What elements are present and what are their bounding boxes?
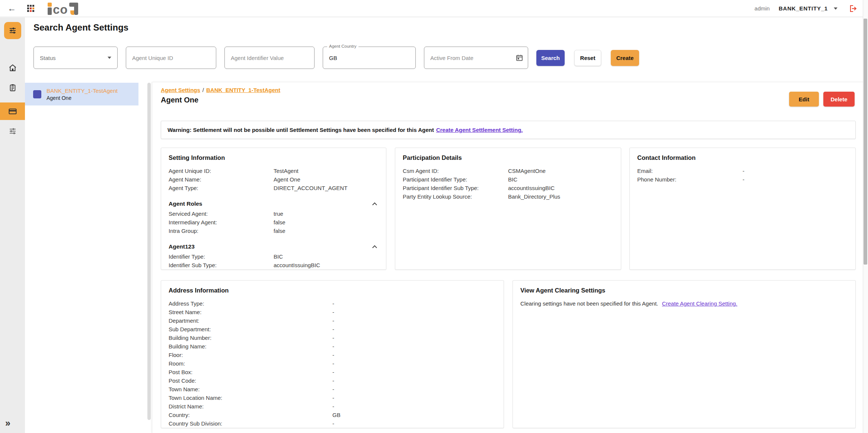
active-from-date-field-wrap [424,47,528,69]
sidebar-expand-icon[interactable]: » [5,418,10,428]
info-row: Agent Unique ID:TestAgent [169,168,379,176]
clearing-settings-text: Clearing settings have not been specifie… [520,300,658,307]
active-from-date-input[interactable] [424,47,528,69]
breadcrumb-current-link[interactable]: BANK_ENTITY_1-TestAgent [206,87,280,93]
status-select-label: Status [40,55,56,61]
info-row: Participant Identifier Sub Type:accountI… [403,185,613,193]
sidebar-item-agent-settings-tool[interactable] [4,22,21,39]
edit-button[interactable]: Edit [789,92,819,107]
info-label: Post Box: [169,369,192,375]
settlement-warning-banner: Warning: Settlement will not be possible… [161,121,856,139]
info-label: Party Entity Lookup Source: [403,193,472,200]
info-label: Identifier Type: [169,253,205,260]
card-title: View Agent Clearing Settings [520,287,848,294]
agent-item-title: BANK_ENTITY_1-TestAgent [47,88,118,94]
info-value: BIC [508,176,517,183]
apps-grid-icon[interactable] [27,5,34,12]
create-settlement-setting-link[interactable]: Create Agent Settlement Setting. [436,127,523,133]
info-row: Party Entity Lookup Source:Bank_Director… [403,193,613,202]
chevron-down-icon [834,7,837,10]
agent-country-input[interactable] [323,47,415,69]
info-label: Identifier Sub Type: [169,262,217,268]
info-value: false [274,228,285,234]
info-row: Street Name:- [169,309,496,317]
info-row: Department:- [169,317,496,326]
info-row: Room:- [169,360,496,369]
info-label: Town Name: [169,386,200,392]
calendar-icon[interactable] [516,54,523,62]
info-value: - [332,326,334,332]
create-button[interactable]: Create [611,50,639,66]
info-label: Agent Type: [169,185,198,191]
info-value: false [274,219,285,225]
info-label: District Name: [169,403,204,410]
chevron-down-icon [108,57,111,59]
info-label: Street Name: [169,309,201,315]
info-row: Building Name:- [169,343,496,352]
info-value: - [332,377,334,384]
breadcrumb-agent-settings-link[interactable]: Agent Settings [161,87,200,93]
info-value: accountIssuingBIC [274,262,320,268]
info-label: Intra Group: [169,228,198,234]
info-value: - [332,335,334,341]
info-value: - [332,309,334,315]
info-label: Floor: [169,352,183,358]
agent-list-item-selected[interactable]: BANK_ENTITY_1-TestAgent Agent One [25,83,138,105]
agent-unique-id-input[interactable] [126,47,216,69]
logo-letters-co: co [53,4,68,15]
info-row: Identifier Type:BIC [169,253,379,262]
address-information-card: Address Information Address Type:- Stree… [161,280,504,428]
info-row: Agent Name:Agent One [169,176,379,185]
info-row: Intermediary Agent:false [169,219,379,228]
section-title: Agent Roles [169,200,202,207]
agent-detail-title: Agent One [161,96,198,104]
info-label: Phone Number: [637,176,676,183]
info-row: Floor:- [169,352,496,360]
info-row: Building Number:- [169,335,496,343]
sidebar-item-accounts-active[interactable] [0,102,25,120]
entity-dropdown[interactable]: BANK_ENTITY_1 [779,5,837,12]
info-row: Country Sub Division:- [169,420,496,428]
info-row: Identifier Sub Type:accountIssuingBIC [169,262,379,270]
card-title: Setting Information [169,154,379,161]
reset-button[interactable]: Reset [574,50,601,66]
app-root: ← co admin BANK_ENTITY_1 [0,0,868,433]
status-select[interactable]: Status [33,47,118,69]
chevron-up-icon[interactable] [372,245,377,250]
page-scrollbar-thumb[interactable] [864,19,867,265]
sidebar-item-tasks[interactable] [0,80,25,95]
info-row: Country:GB [169,412,496,420]
info-row: Town Name:- [169,386,496,395]
info-value: - [332,403,334,410]
info-label: Agent Unique ID: [169,168,211,174]
info-label: Department: [169,317,200,324]
delete-button[interactable]: Delete [823,92,855,107]
info-row: Participant Identifier Type:BIC [403,176,613,185]
home-icon [8,63,17,72]
info-label: Country Sub Division: [169,420,222,427]
info-value: - [743,168,744,174]
chevron-up-icon[interactable] [372,202,377,207]
agent-identifier-value-input[interactable] [225,47,314,69]
back-arrow-icon[interactable]: ← [7,4,16,13]
page-title: Search Agent Settings [33,22,128,33]
info-row: Csm Agent ID:CSMAgentOne [403,168,613,176]
list-scrollbar[interactable] [147,83,151,420]
info-label: Building Number: [169,335,211,341]
info-row: Post Box:- [169,369,496,377]
create-clearing-setting-link[interactable]: Create Agent Clearing Setting. [662,300,737,307]
sidebar-item-settings[interactable] [0,124,25,139]
info-row: Post Code:- [169,377,496,386]
logout-button[interactable] [849,4,858,13]
info-value: BIC [274,253,283,260]
card-title: Participation Details [403,154,613,161]
user-role-label: admin [754,5,770,12]
info-label: Sub Department: [169,326,211,332]
sidebar-item-home[interactable] [0,60,25,75]
tune-icon [8,26,17,35]
search-button[interactable]: Search [536,50,565,66]
info-value: - [332,317,334,324]
agent-detail-panel: Agent Settings/BANK_ENTITY_1-TestAgent A… [152,82,863,433]
info-value: - [332,300,334,307]
info-value: - [332,395,334,401]
